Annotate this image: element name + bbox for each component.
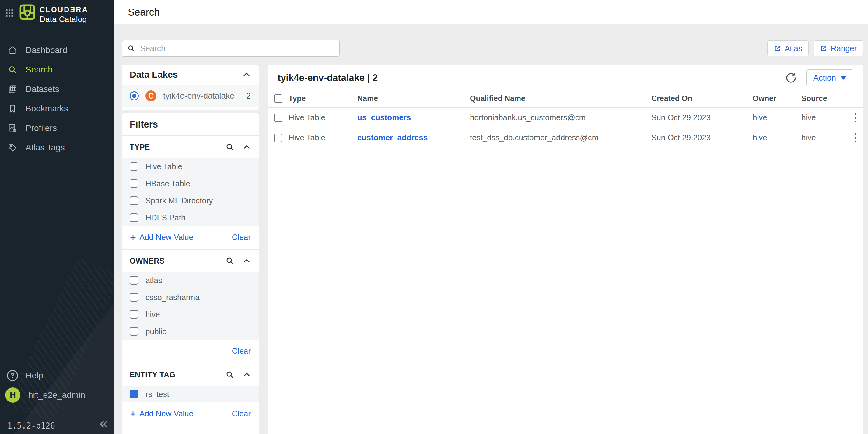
sidebar-user[interactable]: H hrt_e2e_admin xyxy=(0,385,115,405)
add-new-value-button[interactable]: Add New Value xyxy=(130,232,193,242)
sidebar-item-datasets[interactable]: Datasets xyxy=(0,80,115,99)
filter-option[interactable]: csso_rasharma xyxy=(122,289,259,306)
sidebar-item-label: Bookmarks xyxy=(26,104,68,114)
results-panel: tyik4e-env-datalake | 2 Action xyxy=(268,64,863,434)
entity-name-link[interactable]: customer_address xyxy=(357,133,470,143)
filter-section-header: ENTITY TAG xyxy=(122,363,259,386)
cloudera-logo-icon xyxy=(20,4,35,21)
help-icon: ? xyxy=(7,370,18,381)
data-lake-radio[interactable] xyxy=(130,91,139,100)
filter-search-icon[interactable] xyxy=(225,256,234,266)
sidebar-collapse-button[interactable]: « xyxy=(99,416,108,430)
data-lake-count: 2 xyxy=(246,91,251,101)
add-new-value-button[interactable]: Add New Value xyxy=(130,409,193,418)
sidebar-item-search[interactable]: Search xyxy=(0,60,115,80)
filter-section-title: GLOSSARY TERMS xyxy=(130,433,217,434)
cell-owner: hive xyxy=(753,133,801,143)
app-grid-icon[interactable] xyxy=(5,9,13,18)
sidebar-item-help[interactable]: ? Help xyxy=(0,366,115,385)
tag-icon xyxy=(7,143,18,153)
chevron-up-icon[interactable] xyxy=(243,143,251,151)
add-new-value-label: Add New Value xyxy=(140,409,193,418)
row-checkbox[interactable] xyxy=(274,114,282,122)
sidebar-item-dashboard[interactable]: Dashboard xyxy=(0,40,115,60)
main-area: Search xyxy=(115,0,868,434)
atlas-button-label: Atlas xyxy=(785,44,802,53)
sidebar-item-label: Atlas Tags xyxy=(26,143,65,153)
brand-wordmark: CLOUDƎRA xyxy=(39,5,88,14)
filter-search-icon[interactable] xyxy=(225,370,234,379)
search-input[interactable] xyxy=(140,43,335,54)
chevron-up-icon[interactable] xyxy=(243,371,251,379)
cell-source: hive xyxy=(801,113,844,122)
sidebar: CLOUDƎRA Data Catalog Dashboard xyxy=(0,0,115,434)
sidebar-item-atlas-tags[interactable]: Atlas Tags xyxy=(0,138,115,157)
data-lake-row[interactable]: C tyik4e-env-datalake 2 xyxy=(122,85,259,107)
filter-option[interactable]: HBase Table xyxy=(122,175,259,192)
search-icon xyxy=(7,64,18,75)
results-title: tyik4e-env-datalake | 2 xyxy=(278,72,378,83)
filter-search-icon[interactable] xyxy=(225,433,234,434)
filter-section-header: TYPE xyxy=(122,136,259,158)
filter-option-label: csso_rasharma xyxy=(146,293,200,302)
filter-section-glossary-terms: GLOSSARY TERMS xyxy=(122,426,259,434)
sidebar-item-bookmarks[interactable]: Bookmarks xyxy=(0,99,115,118)
refresh-icon[interactable] xyxy=(785,72,797,84)
filter-option[interactable]: atlas xyxy=(122,272,259,288)
ranger-button[interactable]: Ranger xyxy=(813,40,863,56)
filter-option[interactable]: rs_test xyxy=(122,386,259,402)
entity-name-link[interactable]: us_customers xyxy=(357,113,470,122)
filter-section-footer: Clear xyxy=(122,340,259,363)
filters-header: Filters xyxy=(122,113,259,135)
action-button[interactable]: Action xyxy=(806,69,854,87)
checkbox[interactable] xyxy=(130,276,138,285)
column-header-source: Source xyxy=(801,94,844,103)
filter-option[interactable]: HDFS Path xyxy=(122,209,259,226)
cell-created-on: Sun Oct 29 2023 xyxy=(651,133,753,143)
chevron-up-icon[interactable] xyxy=(243,257,251,265)
brand: CLOUDƎRA Data Catalog xyxy=(39,5,88,24)
bookmark-icon xyxy=(7,103,18,114)
filter-option-label: rs_test xyxy=(146,390,169,399)
plus-icon xyxy=(130,234,136,241)
kebab-menu-icon[interactable] xyxy=(854,113,857,123)
clear-button[interactable]: Clear xyxy=(232,409,251,418)
filter-option[interactable]: hive xyxy=(122,306,259,322)
clear-button[interactable]: Clear xyxy=(232,232,251,242)
sidebar-item-label: Dashboard xyxy=(26,45,67,55)
clear-button[interactable]: Clear xyxy=(232,346,251,356)
table-row: Hive Table us_customers hortoniabank.us_… xyxy=(268,108,863,128)
data-lakes-title: Data Lakes xyxy=(130,69,178,80)
filter-option-label: public xyxy=(146,327,166,336)
checkbox-checked[interactable] xyxy=(130,390,138,398)
checkbox[interactable] xyxy=(130,310,138,319)
content-area: Atlas Ranger xyxy=(115,24,868,434)
filter-search-icon[interactable] xyxy=(225,143,234,152)
column-header-name: Name xyxy=(357,94,470,103)
ranger-button-label: Ranger xyxy=(831,44,857,53)
checkbox[interactable] xyxy=(130,293,138,302)
filter-section-entity-tag: ENTITY TAG rs_test xyxy=(122,363,259,426)
filter-option[interactable]: Spark ML Directory xyxy=(122,192,259,209)
checkbox[interactable] xyxy=(130,179,138,188)
checkbox[interactable] xyxy=(130,327,138,336)
filter-option[interactable]: public xyxy=(122,323,259,340)
data-lakes-panel: Data Lakes C tyik4e-env-datalake 2 xyxy=(122,64,259,111)
atlas-button[interactable]: Atlas xyxy=(767,40,809,56)
filter-option-label: atlas xyxy=(146,276,162,285)
left-column: Data Lakes C tyik4e-env-datalake 2 xyxy=(122,64,259,434)
cell-qualified-name: test_dss_db.customer_address@cm xyxy=(470,133,651,143)
row-checkbox[interactable] xyxy=(274,134,282,142)
chevron-up-icon[interactable] xyxy=(242,70,251,79)
checkbox[interactable] xyxy=(130,162,138,171)
sidebar-item-profilers[interactable]: Profilers xyxy=(0,118,115,138)
filter-option[interactable]: Hive Table xyxy=(122,158,259,175)
checkbox[interactable] xyxy=(130,196,138,205)
sidebar-item-label: Datasets xyxy=(26,84,59,94)
checkbox[interactable] xyxy=(130,213,138,222)
select-all-checkbox[interactable] xyxy=(274,94,282,103)
datasets-icon xyxy=(7,84,18,94)
filter-option-label: hive xyxy=(146,310,160,319)
kebab-menu-icon[interactable] xyxy=(854,133,857,143)
cell-owner: hive xyxy=(753,113,801,122)
